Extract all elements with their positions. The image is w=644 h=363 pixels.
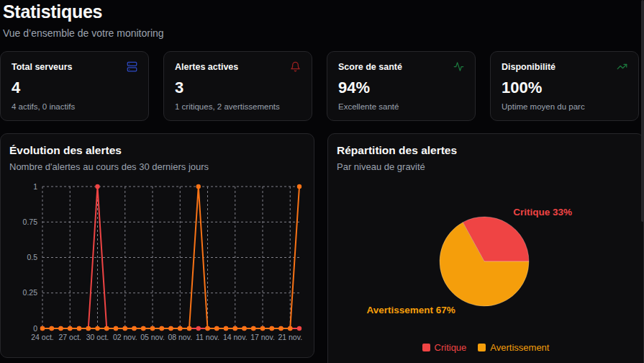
activity-icon (453, 61, 464, 72)
legend-swatch (478, 344, 486, 351)
data-point (260, 326, 265, 331)
svg-text:21 nov.: 21 nov. (278, 333, 302, 341)
svg-text:17 nov.: 17 nov. (250, 333, 275, 341)
data-point (104, 326, 109, 331)
svg-text:24 oct.: 24 oct. (31, 333, 54, 341)
card-subtext: 1 critiques, 2 avertissements (175, 102, 301, 111)
scrollbar[interactable] (641, 0, 644, 222)
chart-grid (42, 187, 299, 328)
card-label: Total serveurs (12, 62, 73, 72)
svg-text:02 nov.: 02 nov. (113, 333, 137, 341)
data-point (187, 326, 191, 331)
page-title: Statistiques (3, 1, 641, 22)
card-value: 94% (338, 79, 464, 97)
data-point (40, 326, 45, 331)
card-subtext: Uptime moyen du parc (502, 102, 627, 111)
data-point (58, 326, 63, 331)
card-health-score: Score de santé 94% Excellente santé (327, 51, 476, 121)
legend-label: Avertissement (490, 342, 549, 353)
data-point (242, 326, 246, 331)
alerts-evolution-panel: Évolution des alertes Nombre d'alertes a… (0, 133, 314, 358)
stat-cards-row: Total serveurs 4 4 actifs, 0 inactifs Al… (0, 51, 644, 121)
panel-title: Évolution des alertes (9, 144, 305, 157)
svg-text:0.25: 0.25 (23, 288, 38, 297)
alerts-line-chart[interactable]: 00.250.50.75124 oct.27 oct.30 oct.02 nov… (9, 179, 307, 346)
svg-text:11 nov.: 11 nov. (196, 333, 219, 341)
alerts-pie-chart[interactable]: Critique 33%Avertissement 67% (337, 179, 636, 328)
pie-legend: CritiqueAvertissement (337, 342, 635, 353)
card-availability: Disponibilité 100% Uptime moyen du parc (490, 51, 639, 121)
legend-swatch (422, 344, 430, 351)
data-point (50, 326, 54, 331)
svg-text:1: 1 (33, 182, 37, 191)
card-value: 100% (502, 79, 627, 97)
data-point (196, 184, 201, 189)
bell-icon (290, 61, 301, 72)
data-point (224, 326, 228, 331)
data-point (68, 326, 72, 331)
data-point (86, 326, 91, 331)
panel-subtitle: Nombre d'alertes au cours des 30 dernier… (9, 161, 305, 172)
legend-label: Critique (435, 342, 467, 353)
data-point (297, 184, 301, 189)
svg-text:0.5: 0.5 (27, 253, 37, 261)
data-point (168, 326, 173, 331)
panel-title: Répartition des alertes (337, 144, 635, 157)
data-point (114, 326, 118, 331)
data-point (150, 326, 155, 331)
data-point (123, 326, 127, 331)
svg-text:0: 0 (33, 324, 37, 333)
data-point (205, 326, 209, 331)
card-label: Disponibilité (502, 62, 555, 72)
data-point (178, 326, 182, 331)
data-point (214, 326, 219, 331)
card-label: Score de santé (338, 62, 402, 72)
data-point (278, 326, 283, 331)
page-header: Statistiques Vue d’ensemble de votre mon… (0, 0, 644, 39)
y-axis-labels: 00.250.50.751 (23, 182, 38, 333)
data-point (132, 326, 136, 331)
data-point (77, 326, 81, 331)
data-point (270, 326, 274, 331)
card-subtext: Excellente santé (338, 102, 464, 111)
svg-text:08 nov.: 08 nov. (168, 333, 192, 341)
card-label: Alertes actives (175, 62, 238, 72)
panel-subtitle: Par niveau de gravité (337, 161, 635, 172)
svg-text:27 oct.: 27 oct. (58, 333, 81, 341)
card-subtext: 4 actifs, 0 inactifs (12, 102, 137, 111)
x-axis-labels: 24 oct.27 oct.30 oct.02 nov.05 nov.08 no… (31, 333, 302, 341)
pie-callout: Critique 33% (513, 207, 572, 218)
svg-text:14 nov.: 14 nov. (223, 333, 248, 341)
card-total-servers: Total serveurs 4 4 actifs, 0 inactifs (0, 51, 149, 121)
data-point (233, 326, 237, 331)
data-point (288, 326, 292, 331)
data-point (251, 326, 255, 331)
server-icon (127, 61, 137, 72)
data-point (141, 326, 145, 331)
svg-text:30 oct.: 30 oct. (86, 333, 109, 341)
trending-up-icon (617, 61, 627, 72)
legend-item-avertissement[interactable]: Avertissement (478, 342, 549, 353)
data-point (297, 326, 301, 331)
data-point (196, 326, 201, 331)
legend-item-critique[interactable]: Critique (422, 342, 467, 353)
data-point (160, 326, 164, 331)
data-point (95, 326, 99, 331)
card-value: 4 (12, 79, 137, 97)
charts-row: Évolution des alertes Nombre d'alertes a… (0, 133, 644, 363)
card-value: 3 (175, 79, 301, 97)
svg-text:05 nov.: 05 nov. (140, 333, 165, 341)
card-active-alerts: Alertes actives 3 1 critiques, 2 avertis… (163, 51, 312, 121)
pie-callout: Avertissement 67% (366, 305, 455, 315)
page-subtitle: Vue d’ensemble de votre monitoring (3, 27, 641, 39)
data-point (95, 184, 99, 189)
alerts-repartition-panel: Répartition des alertes Par niveau de gr… (327, 133, 644, 363)
svg-text:0.75: 0.75 (23, 218, 38, 226)
